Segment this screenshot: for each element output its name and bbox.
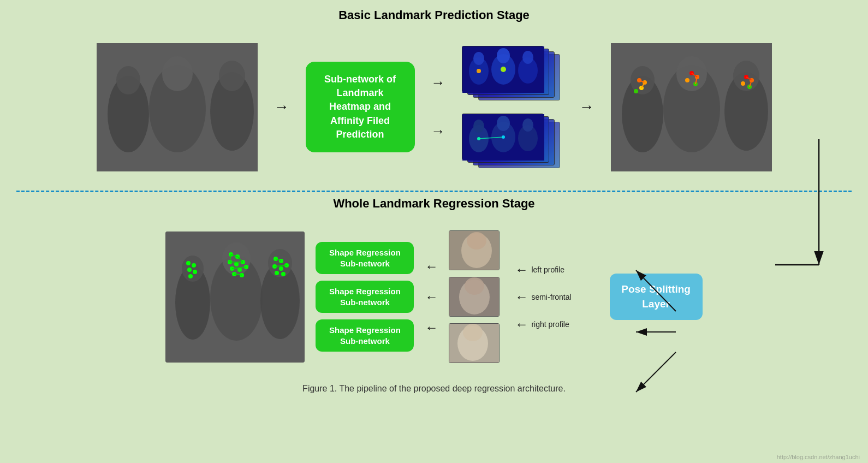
svg-point-15: [501, 67, 506, 72]
face-semi-svg: [449, 277, 500, 317]
heatmap2-card-main: [462, 114, 544, 160]
label-semi-frontal: semi-frontal: [531, 293, 571, 301]
regression-box-2: Shape RegressionSub-network: [316, 281, 414, 313]
face-left-profile-img: [449, 230, 500, 270]
svg-rect-7: [97, 43, 258, 171]
top-output-svg: [611, 43, 772, 171]
regression-box-1: Shape RegressionSub-network: [316, 242, 414, 274]
arrow-input-to-subnetwork: →: [274, 98, 289, 116]
top-input-svg: [97, 43, 258, 171]
stage-divider: [16, 191, 852, 192]
arrow-face2-left: ←: [425, 289, 438, 305]
svg-point-82: [281, 272, 286, 276]
bottom-stage: Shape RegressionSub-network Shape Regres…: [5, 216, 863, 377]
pose-splitting-layer-box: Pose Splitting Layer: [610, 274, 703, 320]
arrows-to-heatmaps: → →: [431, 74, 445, 140]
arrow-pose-to-face2: ←: [515, 289, 528, 305]
top-heatmap-group: [462, 46, 563, 100]
top-input-image: [97, 43, 258, 171]
svg-point-93: [467, 232, 486, 250]
arrow-face1-left: ←: [425, 259, 438, 274]
label-row-1: ← left profile: [515, 262, 571, 277]
labels-and-arrows: ← left profile ← semi-frontal ← right pr…: [515, 262, 571, 332]
svg-point-14: [522, 51, 533, 64]
top-stage-title: Basic Landmark Prediction Stage: [5, 8, 863, 22]
bottom-stage-title: Whole Landmark Regression Stage: [5, 197, 863, 211]
bottom-heatmap-group: [462, 114, 563, 168]
svg-point-96: [465, 277, 484, 295]
svg-point-26: [502, 135, 505, 139]
face-left-svg: [449, 231, 500, 270]
heatmap-top-svg: [462, 46, 544, 93]
svg-point-63: [187, 268, 192, 272]
top-output-image: [611, 43, 772, 171]
svg-point-65: [188, 274, 193, 278]
svg-rect-34: [611, 43, 772, 171]
face-right-profile-img: [449, 323, 500, 363]
svg-point-61: [186, 261, 191, 265]
svg-point-79: [279, 266, 283, 271]
label-row-3: ← right profile: [515, 317, 571, 332]
arrow-to-top-heatmap: →: [431, 74, 445, 91]
bottom-output-image: [165, 232, 305, 363]
svg-rect-60: [165, 232, 305, 363]
svg-point-62: [192, 263, 196, 268]
svg-point-12: [497, 48, 510, 63]
heatmap-bottom-svg: [462, 114, 544, 161]
arrow-to-bottom-heatmap: →: [431, 123, 445, 140]
watermark: http://blog.csdn.net/zhang1uchi: [777, 454, 860, 460]
label-left-profile: left profile: [531, 265, 564, 274]
main-container: Basic Landmark Prediction Stage → Sub-ne…: [0, 0, 868, 463]
arrow-face3-left: ←: [425, 320, 438, 335]
svg-point-16: [477, 69, 481, 73]
arrow-pose-to-face3: ←: [515, 317, 528, 332]
regression-column: Shape RegressionSub-network Shape Regres…: [316, 242, 414, 352]
arrow-heatmaps-to-output: →: [579, 98, 594, 116]
subnetwork-box: Sub-network of Landmark Heatmap and Affi…: [306, 62, 415, 152]
face-semi-frontal-img: [449, 277, 500, 317]
regression-box-3: Shape RegressionSub-network: [316, 319, 414, 352]
heatmap-card-main: [462, 46, 544, 92]
svg-point-38: [634, 89, 638, 93]
bottom-output-svg: [165, 232, 305, 363]
top-stage: → Sub-network of Landmark Heatmap and Af…: [5, 28, 863, 186]
label-row-2: ← semi-frontal: [515, 289, 571, 305]
label-right-profile: right profile: [531, 320, 569, 329]
svg-point-41: [685, 78, 689, 82]
svg-point-81: [275, 271, 279, 275]
face-images-column: [449, 230, 500, 363]
heatmap-groups: [462, 46, 563, 168]
svg-point-69: [234, 262, 239, 266]
svg-point-10: [473, 52, 484, 65]
face-right-svg: [449, 324, 500, 363]
figure-caption: Figure 1. The pipeline of the proposed d…: [5, 384, 863, 394]
svg-point-19: [473, 120, 484, 133]
svg-point-45: [741, 81, 745, 86]
svg-point-23: [522, 118, 533, 132]
svg-point-64: [193, 270, 197, 274]
arrows-face-to-regression: ← ← ←: [425, 259, 438, 335]
svg-point-25: [477, 137, 480, 140]
svg-point-21: [497, 116, 510, 131]
arrow-pose-to-face1: ←: [515, 262, 528, 277]
svg-point-99: [463, 324, 483, 341]
